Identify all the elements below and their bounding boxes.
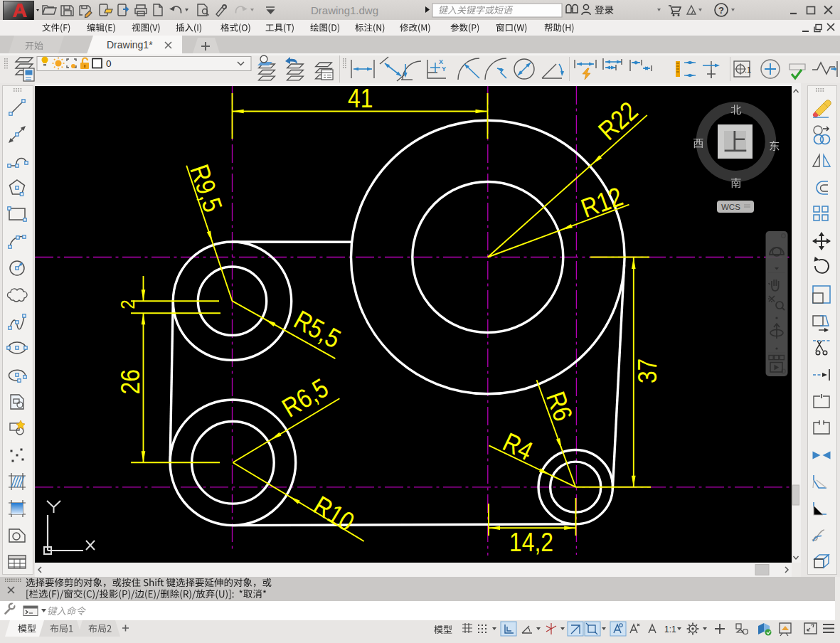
svg-text:41: 41 <box>348 86 373 113</box>
svg-text:14,2: 14,2 <box>509 527 553 557</box>
svg-text:37: 37 <box>632 358 662 383</box>
svg-text:1:1: 1:1 <box>664 625 676 634</box>
svg-text:X: X <box>439 58 443 65</box>
svg-text:WCS: WCS <box>721 203 740 211</box>
svg-text:.1: .1 <box>745 65 751 74</box>
svg-text:Y: Y <box>442 65 446 73</box>
svg-text:26: 26 <box>115 369 145 394</box>
svg-text:2: 2 <box>117 299 139 309</box>
svg-text:0: 0 <box>106 58 112 69</box>
svg-text:?: ? <box>718 5 724 16</box>
